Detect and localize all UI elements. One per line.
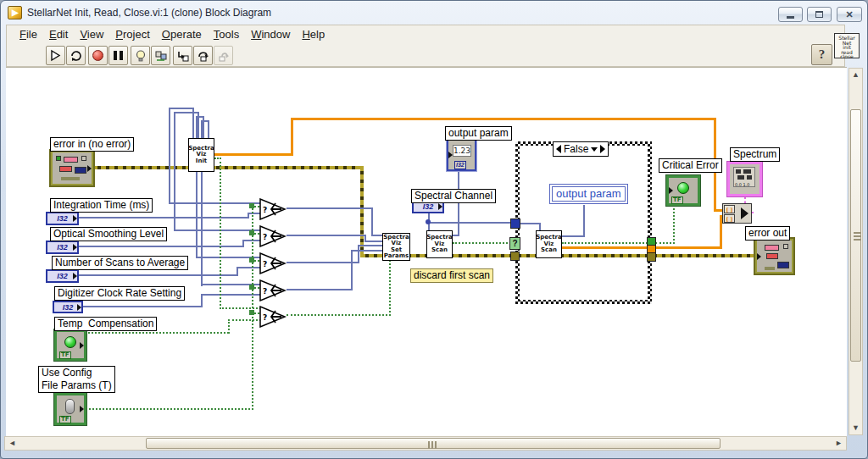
select-function-3[interactable]: ? (259, 252, 287, 274)
subvi-spectraviz-scan-2[interactable]: SpectraVizScan (536, 230, 562, 258)
menu-edit[interactable]: Edit (43, 26, 74, 42)
step-over-button[interactable] (193, 46, 213, 65)
num-scans-terminal[interactable]: I32 (46, 269, 79, 283)
subvi-spectraviz-set-params[interactable]: SpectraViz SetParams (382, 233, 410, 261)
menu-window[interactable]: Window (245, 26, 296, 42)
error-out-terminal[interactable] (755, 239, 793, 274)
tunnel-i32-left[interactable] (510, 218, 520, 229)
wire (351, 250, 384, 252)
wire (220, 307, 261, 309)
use-config-terminal[interactable]: TF (54, 393, 86, 425)
step-out-icon (217, 49, 231, 63)
wire (86, 408, 253, 410)
wire (69, 217, 248, 218)
local-variable-text: output param (552, 186, 626, 202)
wire (287, 262, 359, 263)
menu-tools[interactable]: Tools (208, 26, 245, 42)
vi-icon[interactable]: Stellar Net init read close (834, 33, 860, 58)
bundle-node[interactable]: [ ] [ ] (722, 203, 752, 224)
svg-text:?: ? (263, 233, 267, 241)
labview-block-diagram-window: ▶ StellarNet Init, Read, Close.vi:1 (clo… (0, 0, 868, 459)
minimize-button[interactable] (778, 7, 803, 22)
wire (389, 260, 391, 316)
wire (287, 289, 352, 290)
wire (252, 206, 253, 410)
case-selector-value: False (564, 143, 588, 155)
temp-compensation-terminal[interactable]: TF (54, 329, 86, 361)
digitizer-clock-terminal[interactable]: I32 (53, 301, 83, 313)
select-function-5[interactable]: ? (259, 306, 287, 328)
spectrum-terminal[interactable]: 0.0 1.0 (727, 162, 762, 196)
h-scrollbar[interactable]: ◄ ► (4, 436, 847, 451)
wire (351, 250, 353, 290)
wire (81, 306, 202, 307)
wire (214, 153, 292, 156)
select-function-2[interactable]: ? (259, 225, 287, 247)
run-button[interactable] (46, 46, 65, 65)
scroll-right-icon[interactable]: ► (832, 437, 845, 450)
wire (228, 319, 261, 321)
wire (169, 108, 170, 204)
wire (562, 242, 648, 244)
menu-project[interactable]: Project (109, 26, 155, 42)
svg-text:?: ? (263, 260, 267, 268)
subvi-spectraviz-init[interactable]: SpectraVizInit (188, 138, 214, 172)
label-error-out: error out (745, 226, 790, 241)
v-scrollbar-thumb[interactable] (850, 109, 861, 362)
wire (358, 245, 359, 263)
wire (562, 235, 585, 237)
step-out-button[interactable] (214, 46, 233, 65)
case-prev-icon[interactable] (556, 145, 561, 153)
label-output-param: output param (445, 126, 512, 141)
menu-operate[interactable]: Operate (156, 26, 208, 42)
maximize-button[interactable] (807, 7, 832, 22)
tf-tag: TF (59, 416, 71, 423)
tunnel-error-left[interactable] (510, 252, 520, 261)
integration-time-terminal[interactable]: I32 (46, 212, 79, 225)
subvi-spectraviz-scan-1[interactable]: SpectraVizScan (426, 230, 453, 258)
tf-tag: TF (59, 351, 71, 359)
scroll-down-icon[interactable]: ▼ (849, 422, 862, 434)
pause-button[interactable] (108, 46, 128, 65)
pause-icon (114, 51, 123, 60)
wire (249, 285, 254, 290)
wire (583, 205, 585, 237)
select-function-4[interactable]: ? (259, 279, 287, 301)
v-scrollbar[interactable]: ▲ ▼ (849, 68, 863, 435)
critical-error-terminal[interactable]: TF (666, 175, 700, 206)
local-variable-output-param[interactable]: output param (549, 184, 628, 204)
error-in-terminal[interactable] (51, 151, 93, 185)
run-continuously-button[interactable] (66, 46, 86, 65)
titlebar[interactable]: ▶ StellarNet Init, Read, Close.vi:1 (clo… (1, 1, 867, 25)
highlight-execution-button[interactable] (131, 46, 150, 65)
tf-tag: TF (671, 196, 683, 204)
retain-wire-values-button[interactable] (151, 46, 170, 65)
wire (562, 246, 722, 249)
menu-view[interactable]: View (74, 26, 109, 42)
case-dropdown-icon[interactable] (591, 147, 598, 152)
menubar: File Edit View Project Operate Tools Win… (6, 25, 845, 43)
scroll-up-icon[interactable]: ▲ (849, 69, 862, 81)
tunnel-error-right[interactable] (647, 252, 656, 262)
vi-icon-text: close (835, 54, 859, 59)
close-button[interactable]: ✕ (837, 7, 862, 22)
scroll-left-icon[interactable]: ◄ (6, 437, 19, 450)
menu-help[interactable]: Help (296, 26, 331, 42)
case-selector-label[interactable]: False (553, 141, 609, 157)
optical-smoothing-terminal[interactable]: I32 (46, 241, 79, 254)
abort-button[interactable] (88, 46, 108, 65)
label-error-in: error in (no error) (50, 137, 134, 152)
step-into-button[interactable] (173, 46, 192, 65)
label-use-config: Use Config File Params (T) (38, 366, 115, 393)
context-help-button[interactable]: ? (811, 44, 832, 65)
menu-file[interactable]: File (14, 26, 43, 42)
h-scrollbar-thumb[interactable] (146, 438, 721, 449)
wire (86, 332, 229, 334)
label-optical-smoothing: Optical Smoothing Level (50, 227, 167, 241)
bundle-arrow-icon (741, 207, 748, 219)
output-param-indicator-terminal[interactable]: 1.23 I32 (447, 139, 476, 171)
select-function-1[interactable]: ? (259, 198, 287, 220)
case-selector-terminal[interactable]: ? (509, 237, 520, 250)
resize-grip[interactable] (855, 446, 864, 455)
case-next-icon[interactable] (600, 145, 605, 153)
